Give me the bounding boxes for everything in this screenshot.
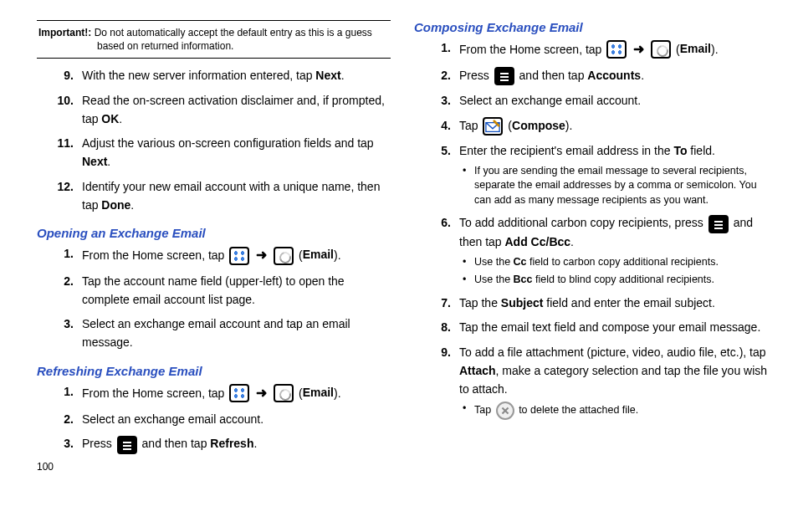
list-item: Adjust the various on-screen configurati… [79, 135, 391, 171]
list-item: Tap the email text field and compose you… [456, 319, 768, 337]
apps-icon [606, 40, 627, 59]
list-item: Enter the recipient's email address in t… [456, 142, 768, 207]
menu-key-icon [117, 436, 137, 454]
list-item: Tap (Compose). [456, 117, 768, 136]
apps-icon [229, 247, 249, 265]
page-body: Important!: Do not automatically accept … [37, 20, 768, 473]
list-item: To add a file attachment (picture, video… [456, 344, 768, 420]
list-item: To add additional carbon copy recipients… [456, 214, 768, 288]
list-item: With the new server information entered,… [79, 67, 391, 85]
email-app-icon [651, 40, 671, 59]
list-item: Identify your new email account with a u… [79, 178, 391, 214]
left-column: Important!: Do not automatically accept … [37, 20, 391, 473]
page-number: 100 [37, 461, 391, 473]
divider [37, 20, 391, 21]
sub-bullets: If you are sending the email message to … [459, 164, 768, 208]
list-item: From the Home screen, tap ➜ (Email). [79, 383, 391, 404]
right-column: Composing Exchange Email From the Home s… [414, 20, 768, 473]
list-item: Press and then tap Refresh. [79, 435, 391, 453]
bullet-item: If you are sending the email message to … [468, 164, 768, 208]
important-label: Important!: [38, 27, 91, 38]
list-item: Press and then tap Accounts. [456, 67, 768, 85]
list-item: From the Home screen, tap ➜ (Email). [456, 39, 768, 60]
bullet-item: Use the Bcc field to blind copy addition… [468, 273, 768, 288]
bullet-item: Use the Cc field to carbon copy addition… [468, 255, 768, 270]
divider [37, 58, 391, 59]
menu-key-icon [708, 215, 729, 233]
heading-refreshing: Refreshing Exchange Email [37, 364, 391, 378]
composing-steps: From the Home screen, tap ➜ (Email). Pre… [414, 39, 768, 420]
opening-steps: From the Home screen, tap ➜ (Email). Tap… [37, 245, 391, 352]
list-item: Select an exchange email account. [456, 92, 768, 110]
email-app-icon [274, 384, 294, 402]
important-text: Do not automatically accept the default … [91, 27, 372, 52]
compose-icon [483, 117, 503, 136]
list-item: From the Home screen, tap ➜ (Email). [79, 245, 391, 266]
refreshing-steps: From the Home screen, tap ➜ (Email). Sel… [37, 383, 391, 454]
sub-bullets: Tap to delete the attached file. [459, 402, 768, 420]
list-item: Tap the account name field (upper-left) … [79, 273, 391, 309]
arrow-icon: ➜ [633, 39, 644, 60]
list-item: Select an exchange email account and tap… [79, 315, 391, 351]
sub-bullets: Use the Cc field to carbon copy addition… [459, 255, 768, 288]
arrow-icon: ➜ [256, 245, 267, 266]
email-app-icon [274, 247, 294, 265]
menu-key-icon [494, 67, 514, 85]
list-item: Read the on-screen activation disclaimer… [79, 92, 391, 128]
steps-continued: With the new server information entered,… [37, 67, 391, 214]
important-note: Important!: Do not automatically accept … [37, 26, 391, 53]
heading-opening: Opening an Exchange Email [37, 226, 391, 240]
bullet-item: Tap to delete the attached file. [468, 402, 768, 420]
list-item: Tap the Subject field and enter the emai… [456, 294, 768, 313]
heading-composing: Composing Exchange Email [414, 20, 768, 34]
delete-icon [496, 402, 514, 420]
list-item: Select an exchange email account. [79, 411, 391, 429]
apps-icon [229, 384, 249, 402]
arrow-icon: ➜ [256, 383, 267, 404]
